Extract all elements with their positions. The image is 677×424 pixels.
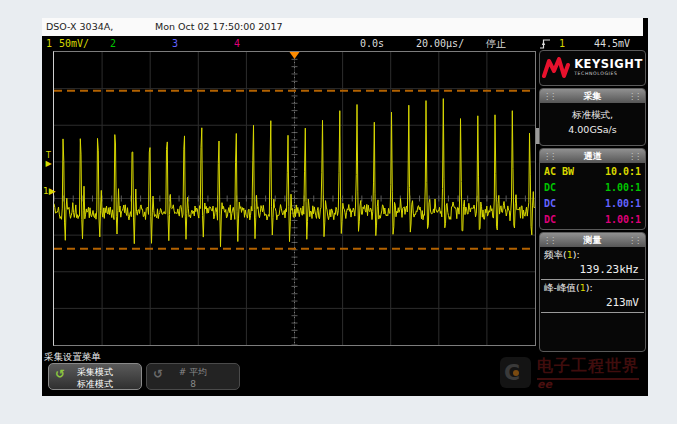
measurements-panel-header[interactable]: ⋮⋮ 测量 ⋮⋮ (540, 233, 645, 247)
watermark-subtext: ee (537, 378, 552, 391)
grip-dots-icon: ⋮⋮ (628, 150, 640, 164)
measurement-label: 峰-峰值(1): (544, 282, 641, 295)
acquisition-panel: ⋮⋮ 采集 ⋮⋮ 标准模式, 4.00GSa/s (539, 88, 646, 146)
channel-2-button[interactable]: 2 (110, 36, 116, 51)
timebase-value: 20.00μs/ (416, 36, 464, 51)
datetime-label: Mon Oct 02 17:50:00 2017 (155, 21, 282, 32)
channels-title: 通道 (584, 151, 602, 161)
channel-row-2: DC 1.00:1 (540, 180, 645, 196)
grip-dots-icon: ⋮⋮ (543, 150, 555, 164)
channel-1-button[interactable]: 1 (46, 36, 52, 51)
grip-dots-icon: ⋮⋮ (543, 90, 555, 104)
waveform-display (53, 51, 536, 346)
grip-dots-icon: ⋮⋮ (543, 234, 555, 248)
measurement-value: 139.23kHz (544, 262, 641, 278)
measurement-peak-to-peak: 峰-峰值(1): 213mV (541, 280, 644, 313)
grip-dots-icon: ⋮⋮ (628, 234, 640, 248)
watermark-text: 电子工程世界 (537, 356, 639, 380)
measurements-panel: ⋮⋮ 测量 ⋮⋮ 频率(1): 139.23kHz 峰-峰值(1): 213mV (539, 232, 646, 352)
grip-dots-icon: ⋮⋮ (628, 90, 640, 104)
trigger-level-value: 44.5mV (594, 36, 630, 51)
coupling-label: DC (544, 212, 556, 228)
trigger-level-marker[interactable]: T▶ (44, 152, 53, 168)
coupling-label: AC BW (544, 164, 574, 180)
channel-row-3: DC 1.00:1 (540, 196, 645, 212)
softkey-num-averages[interactable]: ↺ # 平均 8 (146, 363, 240, 390)
softkey-acquire-mode[interactable]: ↺ 采集模式 标准模式 (48, 363, 142, 390)
channel-row-1: AC BW 10.0:1 (540, 164, 645, 180)
acquisition-panel-header[interactable]: ⋮⋮ 采集 ⋮⋮ (540, 89, 645, 103)
edge-trigger-icon (539, 38, 551, 50)
sample-rate: 4.00GSa/s (540, 122, 645, 137)
probe-ratio: 1.00:1 (605, 180, 641, 196)
acquisition-mode: 标准模式, (540, 107, 645, 122)
channels-panel-header[interactable]: ⋮⋮ 通道 ⋮⋮ (540, 149, 645, 163)
scope-screen: DSO-X 3034A, Mon Oct 02 17:50:00 2017 1 … (42, 18, 648, 396)
keysight-spark-icon (542, 57, 570, 79)
measurement-label: 频率(1): (544, 249, 641, 262)
ch1-waveform (54, 52, 535, 345)
brand-subname: TECHNOLOGIES (574, 72, 643, 77)
brand-panel: KEYSIGHT TECHNOLOGIES (539, 50, 646, 86)
channel-4-button[interactable]: 4 (234, 36, 240, 51)
status-bar: 1 50mV/ 2 3 4 0.0s 20.00μs/ 停止 1 44.5mV (42, 36, 648, 51)
brand-name: KEYSIGHT (574, 59, 643, 71)
trigger-source: 1 (559, 36, 565, 51)
acquisition-title: 采集 (584, 91, 602, 101)
channel-row-4: DC 1.00:1 (540, 212, 645, 228)
coupling-label: DC (544, 180, 556, 196)
measurement-frequency: 频率(1): 139.23kHz (541, 247, 644, 280)
measurement-value: 213mV (544, 295, 641, 311)
model-label: DSO-X 3034A, (46, 21, 113, 32)
header-strip: DSO-X 3034A, Mon Oct 02 17:50:00 2017 (42, 18, 643, 36)
probe-ratio: 1.00:1 (605, 212, 641, 228)
coupling-label: DC (544, 196, 556, 212)
rotary-knob-icon: ↺ (55, 368, 65, 380)
sidebar: KEYSIGHT TECHNOLOGIES ⋮⋮ 采集 ⋮⋮ 标准模式, 4.0… (539, 50, 646, 346)
channel-1-scale[interactable]: 50mV/ (59, 36, 89, 51)
channel-1-ground-marker[interactable]: 1▶ (43, 187, 56, 196)
rotary-knob-icon: ↺ (153, 368, 163, 380)
measurements-title: 测量 (584, 235, 602, 245)
eeworld-watermark: C 电子工程世界 ee (500, 355, 648, 396)
channel-3-button[interactable]: 3 (172, 36, 178, 51)
eeworld-logo-icon: C (500, 357, 531, 388)
probe-ratio: 10.0:1 (605, 164, 641, 180)
probe-ratio: 1.00:1 (605, 196, 641, 212)
oscilloscope-screenshot: DSO-X 3034A, Mon Oct 02 17:50:00 2017 1 … (0, 0, 677, 424)
channels-panel: ⋮⋮ 通道 ⋮⋮ AC BW 10.0:1 DC 1.00:1 DC (539, 148, 646, 230)
time-offset-value: 0.0s (360, 36, 384, 51)
run-state-badge[interactable]: 停止 (486, 36, 506, 51)
